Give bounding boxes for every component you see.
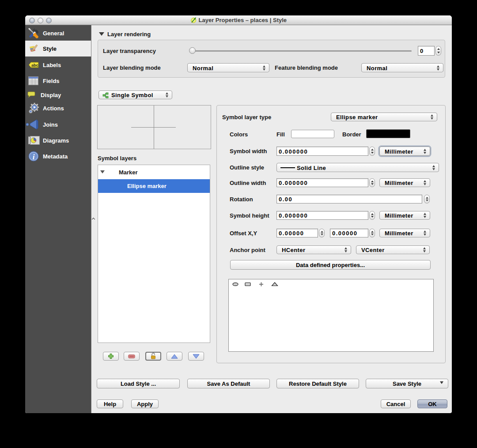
svg-text:abc: abc (31, 63, 38, 68)
svg-text:i: i (33, 153, 35, 161)
